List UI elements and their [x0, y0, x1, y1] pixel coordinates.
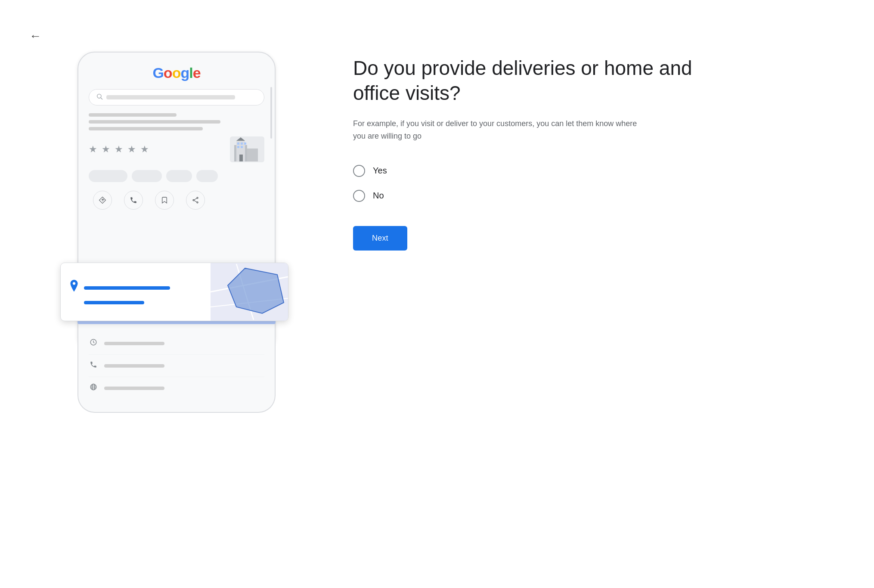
- phone-line: [104, 364, 164, 368]
- website-line: [104, 387, 164, 390]
- svg-point-27: [90, 384, 96, 390]
- logo-g: G: [152, 65, 163, 81]
- text-line-3: [89, 127, 203, 130]
- radio-option-yes[interactable]: Yes: [353, 165, 697, 177]
- directions-icon-circle: [93, 191, 112, 210]
- google-logo: Google: [89, 65, 264, 81]
- pill-2: [132, 170, 162, 182]
- svg-line-1: [101, 98, 102, 99]
- svg-rect-5: [247, 149, 258, 161]
- phone-mockup-bottom: [77, 325, 276, 413]
- svg-rect-8: [241, 142, 243, 145]
- question-title: Do you provide deliveries or home and of…: [353, 56, 697, 105]
- svg-marker-13: [99, 197, 106, 204]
- hours-line: [104, 342, 164, 345]
- logo-g2: g: [180, 65, 189, 81]
- clock-icon: [89, 338, 98, 348]
- svg-rect-10: [237, 146, 239, 148]
- phone-scrollbar: [270, 87, 272, 139]
- svg-point-15: [197, 197, 198, 198]
- radio-option-no[interactable]: No: [353, 190, 697, 202]
- svg-point-28: [92, 384, 95, 390]
- phone-search-bar: [89, 89, 264, 105]
- pill-buttons-row: [89, 170, 264, 182]
- map-card: [60, 263, 288, 321]
- action-icons-row: [89, 191, 264, 210]
- next-button[interactable]: Next: [353, 226, 407, 251]
- radio-label-yes: Yes: [373, 166, 387, 176]
- svg-point-16: [193, 200, 194, 201]
- logo-o2: o: [172, 65, 181, 81]
- globe-icon: [89, 383, 98, 393]
- share-icon-circle: [186, 191, 205, 210]
- info-row-website: [89, 377, 264, 399]
- pill-4: [196, 170, 218, 182]
- star-rating: ★ ★ ★ ★ ★: [89, 144, 150, 155]
- page-layout: Google: [60, 43, 840, 353]
- map-card-right: [211, 263, 288, 321]
- logo-o1: o: [164, 65, 172, 81]
- search-bar-placeholder: [106, 95, 235, 99]
- svg-rect-6: [239, 155, 243, 161]
- map-card-left: [61, 263, 211, 321]
- logo-l: l: [189, 65, 192, 81]
- radio-circle-no: [353, 190, 365, 202]
- back-button[interactable]: ←: [26, 26, 45, 46]
- pill-3: [166, 170, 192, 182]
- svg-line-18: [194, 198, 197, 200]
- svg-rect-7: [237, 142, 239, 145]
- stars-row: ★ ★ ★ ★ ★: [89, 136, 264, 162]
- info-row-phone: [89, 355, 264, 377]
- svg-point-17: [197, 202, 198, 203]
- info-row-hours: [89, 332, 264, 355]
- question-form: Do you provide deliveries or home and of…: [353, 43, 697, 251]
- bookmark-icon-circle: [155, 191, 174, 210]
- call-icon-circle: [124, 191, 143, 210]
- radio-label-no: No: [373, 191, 384, 201]
- question-subtitle: For example, if you visit or deliver to …: [353, 118, 646, 142]
- radio-group: Yes No: [353, 165, 697, 202]
- map-pin-icon: [68, 280, 80, 297]
- map-pin-row: [68, 280, 203, 297]
- phone-icon: [89, 361, 98, 371]
- text-line-1: [89, 113, 177, 117]
- svg-rect-9: [244, 142, 246, 145]
- svg-line-19: [194, 201, 197, 202]
- content-lines: [89, 113, 264, 130]
- logo-e: e: [193, 65, 201, 81]
- search-icon: [96, 93, 103, 102]
- svg-rect-11: [241, 146, 243, 148]
- map-address-line-1: [84, 286, 170, 290]
- radio-circle-yes: [353, 165, 365, 177]
- building-thumbnail: [230, 136, 264, 162]
- phone-illustration: Google: [60, 52, 301, 353]
- pill-1: [89, 170, 127, 182]
- map-address-line-2: [84, 301, 144, 304]
- text-line-2: [89, 120, 220, 124]
